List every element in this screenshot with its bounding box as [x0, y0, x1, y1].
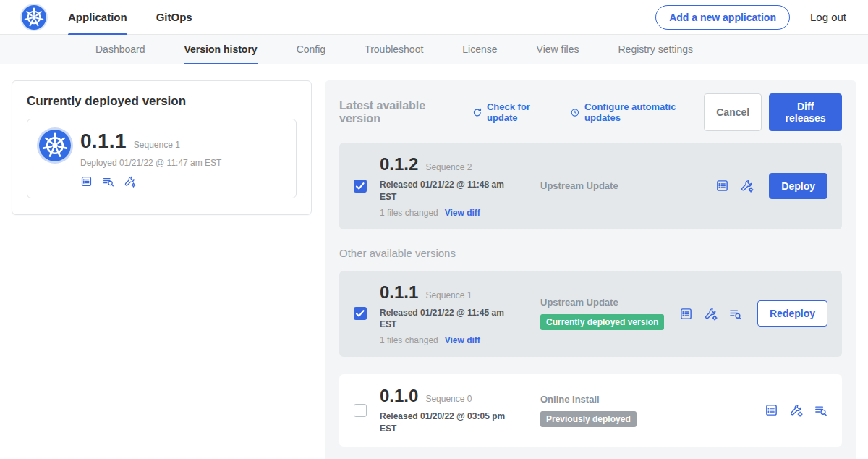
logs-icon[interactable]: [814, 403, 827, 417]
version-checkbox[interactable]: [354, 404, 367, 417]
other-versions-label: Other available versions: [339, 247, 842, 259]
released-timestamp: Released 01/21/22 @ 11:48 am EST: [380, 179, 517, 203]
currently-deployed-card: Currently deployed version 0.1.1 Sequenc…: [12, 80, 312, 215]
view-diff-link[interactable]: View diff: [445, 208, 480, 218]
app-root: Application GitOps Add a new application…: [0, 0, 868, 459]
diff-releases-button[interactable]: Diff releases: [769, 93, 842, 131]
panel-header-actions: Cancel Diff releases: [704, 93, 842, 131]
logs-icon[interactable]: [102, 175, 114, 188]
primary-tabs: Application GitOps: [68, 0, 221, 35]
previously-deployed-badge: Previously deployed: [540, 411, 637, 427]
view-diff-link[interactable]: View diff: [445, 335, 480, 345]
version-row: 0.1.0 Sequence 0 Released 01/20/22 @ 03:…: [339, 374, 842, 447]
cancel-button[interactable]: Cancel: [704, 93, 762, 131]
subnav-item-config[interactable]: Config: [297, 35, 326, 64]
config-wrench-icon[interactable]: [789, 403, 803, 417]
version-number: 0.1.0: [380, 386, 418, 406]
version-row-actions: [765, 403, 827, 417]
check-for-update-label: Check for update: [487, 101, 557, 123]
source-label: Upstream Update: [540, 297, 679, 308]
top-navbar: Application GitOps Add a new application…: [0, 0, 868, 35]
sequence-label: Sequence 1: [425, 290, 472, 300]
panel-header: Latest available version Check for updat…: [339, 93, 842, 131]
deployed-action-icons: [80, 175, 221, 188]
refresh-icon: [472, 107, 482, 118]
tab-application[interactable]: Application: [68, 0, 127, 35]
version-number: 0.1.1: [380, 282, 418, 303]
deployed-card-title: Currently deployed version: [27, 94, 297, 109]
version-row-main: 0.1.0 Sequence 0 Released 01/20/22 @ 03:…: [380, 386, 530, 435]
release-notes-icon[interactable]: [679, 307, 693, 321]
configure-automatic-updates-label: Configure automatic updates: [584, 101, 704, 123]
release-notes-icon[interactable]: [715, 179, 729, 193]
subnav-item-license[interactable]: License: [462, 35, 497, 64]
deployed-sequence-label: Sequence 1: [134, 140, 180, 150]
subnav-item-view-files[interactable]: View files: [537, 35, 579, 64]
release-notes-icon[interactable]: [80, 175, 93, 188]
version-history-panel: Latest available version Check for updat…: [325, 80, 856, 459]
subnav-item-dashboard[interactable]: Dashboard: [95, 35, 145, 64]
redeploy-button[interactable]: Redeploy: [757, 300, 827, 327]
configure-automatic-updates-link[interactable]: Configure automatic updates: [570, 101, 704, 123]
sequence-label: Sequence 0: [425, 394, 472, 404]
version-row-main: 0.1.1 Sequence 1 Released 01/21/22 @ 11:…: [380, 282, 530, 346]
version-row-actions: Redeploy: [679, 300, 827, 327]
sequence-label: Sequence 2: [425, 162, 472, 172]
latest-version-title: Latest available version: [339, 99, 459, 125]
navbar-right: Add a new application Log out: [655, 5, 846, 30]
version-source: Upstream Update: [540, 180, 715, 191]
main-content: Currently deployed version 0.1.1 Sequenc…: [0, 64, 868, 459]
version-source: Online Install Previously deployed: [540, 394, 765, 427]
files-changed-label: 1 files changed: [380, 335, 438, 345]
subnav-item-registry-settings[interactable]: Registry settings: [618, 35, 692, 64]
deployed-timestamp: Deployed 01/21/22 @ 11:47 am EST: [80, 158, 221, 168]
logs-icon[interactable]: [728, 307, 742, 321]
clock-icon: [570, 107, 580, 118]
version-row-actions: Deploy: [715, 173, 827, 199]
config-wrench-icon[interactable]: [124, 175, 136, 188]
version-row: 0.1.1 Sequence 1 Released 01/21/22 @ 11:…: [339, 271, 842, 358]
deployed-version-number: 0.1.1: [80, 130, 127, 153]
check-for-update-link[interactable]: Check for update: [472, 101, 557, 123]
source-label: Online Install: [540, 394, 765, 405]
deployed-version-info: 0.1.1 Sequence 1 Deployed 01/21/22 @ 11:…: [80, 130, 221, 188]
checkmark-icon: [354, 180, 367, 193]
logout-link[interactable]: Log out: [810, 11, 846, 23]
released-timestamp: Released 01/21/22 @ 11:45 am EST: [380, 307, 517, 332]
deployed-version-box: 0.1.1 Sequence 1 Deployed 01/21/22 @ 11:…: [27, 119, 297, 198]
version-row: 0.1.2 Sequence 2 Released 01/21/22 @ 11:…: [339, 143, 842, 230]
config-wrench-icon[interactable]: [704, 307, 718, 321]
app-subnav: Dashboard Version history Config Trouble…: [0, 35, 868, 64]
add-new-application-button[interactable]: Add a new application: [655, 5, 790, 30]
subnav-item-version-history[interactable]: Version history: [184, 35, 258, 64]
currently-deployed-badge: Currently deployed version: [540, 314, 664, 330]
tab-gitops[interactable]: GitOps: [156, 0, 192, 35]
deploy-button[interactable]: Deploy: [769, 173, 827, 199]
checkmark-icon: [354, 307, 367, 320]
kubernetes-logo-icon: [22, 5, 46, 30]
version-checkbox[interactable]: [354, 180, 367, 193]
release-notes-icon[interactable]: [765, 403, 778, 417]
subnav-item-troubleshoot[interactable]: Troubleshoot: [365, 35, 423, 64]
version-row-main: 0.1.2 Sequence 2 Released 01/21/22 @ 11:…: [380, 154, 530, 218]
app-icon: [39, 130, 71, 161]
files-changed-label: 1 files changed: [380, 208, 438, 218]
released-timestamp: Released 01/20/22 @ 03:05 pm EST: [380, 410, 517, 435]
config-wrench-icon[interactable]: [740, 179, 754, 193]
version-number: 0.1.2: [380, 154, 418, 174]
version-source: Upstream Update Currently deployed versi…: [540, 297, 679, 330]
source-label: Upstream Update: [540, 180, 715, 191]
version-checkbox[interactable]: [354, 307, 367, 320]
